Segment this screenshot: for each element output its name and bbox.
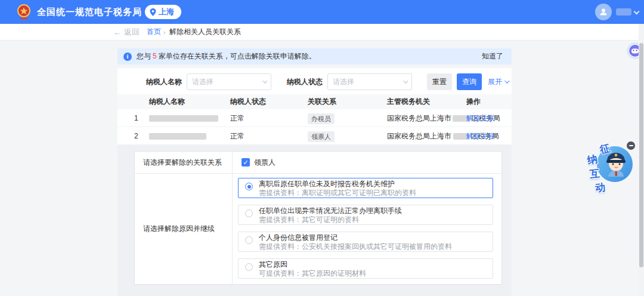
- scrollbar-track[interactable]: [639, 24, 644, 296]
- reason-option-resigned[interactable]: 离职后原任职单位未及时报告税务机关维护 需提供资料：离职证明或其它可证明已离职的…: [238, 178, 493, 198]
- reason-title: 离职后原任职单位未及时报告税务机关维护: [259, 180, 493, 189]
- col-authority: 主管税务机关: [387, 94, 430, 109]
- breadcrumb-current: 解除相关人员关联关系: [169, 27, 241, 37]
- taxpayer-name-placeholder: 请选择: [192, 77, 262, 87]
- remove-relation-link[interactable]: 解除关联: [466, 109, 495, 127]
- banner-text: 您与5家单位存在关联关系，可点击解除关联申请解除。: [137, 51, 316, 61]
- location-pin-icon: [150, 8, 156, 16]
- info-icon: i: [123, 53, 132, 61]
- remove-relation-form: 请选择要解除的关联关系 ✓ 领票人 请选择解除原因并继续 离职后原任职单位未及时…: [134, 151, 502, 285]
- expand-label: 展开: [488, 77, 502, 87]
- taxpayer-status-placeholder: 请选择: [333, 77, 403, 87]
- banner-dismiss-button[interactable]: 知道了: [482, 51, 503, 61]
- radio-icon[interactable]: [245, 263, 253, 271]
- row-index: 2: [134, 127, 138, 145]
- back-arrow-icon[interactable]: ←: [113, 27, 122, 37]
- tax-interaction-widget[interactable]: 征 纳 互 动: [584, 139, 644, 199]
- taxpayer-status: 正常: [230, 127, 244, 145]
- chevron-down-icon: [403, 78, 408, 83]
- col-taxpayer-status: 纳税人状态: [230, 94, 266, 109]
- user-avatar[interactable]: [595, 4, 612, 20]
- redacted-taxpayer-name: [149, 133, 206, 140]
- expand-toggle[interactable]: 展开: [488, 77, 508, 87]
- reason-option-other[interactable]: 其它原因 可提供资料：其它原因的证明材料: [238, 258, 493, 279]
- relation-count: 5: [153, 52, 157, 60]
- chevron-down-icon: [504, 78, 509, 83]
- reason-desc: 需提供资料：离职证明或其它可证明已离职的资料: [259, 189, 493, 198]
- breadcrumb-home[interactable]: 首页: [147, 27, 161, 37]
- breadcrumb-separator: ›: [163, 29, 166, 36]
- taxpayer-name-select[interactable]: 请选择: [187, 73, 271, 90]
- row-index: 1: [134, 109, 138, 127]
- reason-select-label: 请选择解除原因并继续: [135, 174, 233, 284]
- table-row: 1 正常 办税员 国家税务总局上海市区税务局 解除关联: [117, 109, 512, 127]
- username-redacted[interactable]: [616, 8, 631, 16]
- scrollbar-thumb[interactable]: [639, 43, 643, 267]
- reset-button[interactable]: 重置: [427, 73, 452, 90]
- tax-bureau-emblem-icon: [16, 4, 32, 20]
- reason-title: 个人身份信息被冒用登记: [259, 233, 493, 242]
- location-label: 上海: [159, 7, 174, 17]
- remove-relation-link[interactable]: 解除关联: [466, 127, 495, 145]
- relation-checkbox-label: 领票人: [254, 158, 275, 168]
- relation-select-row: 请选择要解除的关联关系 ✓ 领票人: [135, 152, 501, 174]
- query-result-card: 纳税人名称 请选择 纳税人状态 请选择 重置 查询 展开 纳税人名称 纳税人状态…: [117, 68, 512, 145]
- reason-option-abnormal-employer[interactable]: 任职单位出现异常情况无法正常办理离职手续 需提供资料：其它可证明的资料: [238, 205, 493, 225]
- taxpayer-status: 正常: [230, 109, 244, 127]
- remove-relation-form-section: 请选择要解除的关联关系 ✓ 领票人 请选择解除原因并继续 离职后原任职单位未及时…: [117, 145, 512, 296]
- reason-title: 任职单位出现异常情况无法正常办理离职手续: [259, 206, 493, 215]
- back-button[interactable]: 返回: [124, 27, 140, 38]
- relation-checkbox[interactable]: ✓: [242, 158, 250, 166]
- reason-desc: 需提供资料：公安机关接报案回执或其它可证明被冒用的资料: [259, 242, 493, 251]
- relation-info-banner: i 您与5家单位存在关联关系，可点击解除关联申请解除。 知道了: [117, 48, 512, 64]
- table-header: 纳税人名称 纳税人状态 关联关系 主管税务机关 操作: [117, 94, 512, 109]
- chevron-down-icon: [262, 78, 267, 83]
- reason-option-identity-misuse[interactable]: 个人身份信息被冒用登记 需提供资料：公安机关接报案回执或其它可证明被冒用的资料: [238, 232, 493, 252]
- relation-select-label: 请选择要解除的关联关系: [135, 152, 233, 173]
- reason-desc: 需提供资料：其它可证明的资料: [259, 215, 493, 224]
- radio-icon[interactable]: [245, 209, 253, 217]
- relation-badge: 领票人: [308, 131, 335, 142]
- col-action: 操作: [466, 94, 481, 109]
- relation-badge: 办税员: [308, 113, 335, 124]
- radio-selected-icon[interactable]: [245, 183, 253, 190]
- person-icon: [599, 7, 608, 17]
- top-header: 全国统一规范电子税务局 上海: [0, 0, 644, 24]
- radio-icon[interactable]: [245, 236, 253, 244]
- reason-title: 其它原因: [259, 260, 493, 269]
- table-row: 2 正常 领票人 国家税务总局上海市区税务局 解除关联: [117, 127, 512, 145]
- user-menu-chevron-down-icon[interactable]: [634, 9, 640, 15]
- redacted-taxpayer-name: [149, 115, 218, 122]
- taxpayer-status-label: 纳税人状态: [287, 77, 323, 87]
- query-button[interactable]: 查询: [457, 73, 482, 90]
- mascot-char: 动: [595, 180, 606, 195]
- taxpayer-status-select[interactable]: 请选择: [327, 73, 412, 90]
- col-relation: 关联关系: [308, 94, 336, 109]
- breadcrumb: ← 返回 首页 › 解除相关人员关联关系: [0, 24, 644, 41]
- location-selector[interactable]: 上海: [145, 5, 181, 19]
- reason-select-row: 请选择解除原因并继续 离职后原任职单位未及时报告税务机关维护 需提供资料：离职证…: [135, 174, 501, 284]
- col-taxpayer-name: 纳税人名称: [149, 94, 185, 109]
- taxpayer-name-label: 纳税人名称: [146, 77, 182, 87]
- reason-desc: 可提供资料：其它原因的证明材料: [259, 269, 493, 278]
- reason-options: 离职后原任职单位未及时报告税务机关维护 需提供资料：离职证明或其它可证明已离职的…: [233, 174, 501, 284]
- mascot-char: 互: [589, 166, 600, 181]
- filter-row: 纳税人名称 请选择 纳税人状态 请选择 重置 查询 展开: [117, 73, 512, 90]
- mascot-minimize-button[interactable]: [627, 141, 635, 150]
- app-title: 全国统一规范电子税务局: [37, 0, 142, 24]
